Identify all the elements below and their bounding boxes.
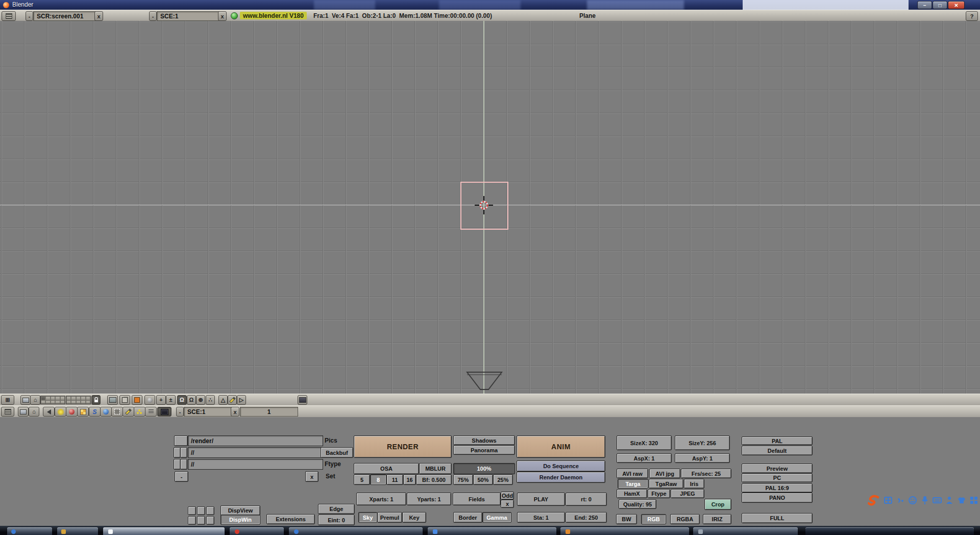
input-assist-icon[interactable] xyxy=(944,495,954,505)
script-buttons-icon[interactable] xyxy=(145,407,157,417)
paint-buttons-icon[interactable] xyxy=(122,407,134,417)
skin-icon[interactable] xyxy=(957,495,967,505)
rgba-button[interactable]: RGBA xyxy=(670,514,700,524)
extensions-toggle[interactable]: Extensions xyxy=(266,514,315,524)
crop-toggle[interactable]: Crop xyxy=(704,499,731,510)
backbuf-toggle[interactable]: Backbuf xyxy=(321,447,353,458)
rt-field[interactable]: rt: 0 xyxy=(566,493,607,506)
start-frame-field[interactable]: Sta: 1 xyxy=(517,512,565,523)
full-window-icon[interactable] xyxy=(18,407,29,417)
blur-factor-field[interactable]: Bf: 0.500 xyxy=(416,474,452,485)
scene-delete-button[interactable]: x xyxy=(218,11,227,21)
osa-11-button[interactable]: 11 xyxy=(386,474,403,485)
osa-8-button[interactable]: 8 xyxy=(370,474,386,485)
current-frame-field[interactable]: 1 xyxy=(240,407,298,417)
aspy-field[interactable]: AspY: 1 xyxy=(675,453,730,463)
rgb-button[interactable]: RGB xyxy=(641,514,666,524)
rotate-view-icon[interactable]: Ω xyxy=(177,395,187,405)
camera-object[interactable] xyxy=(459,371,510,394)
size-75-button[interactable]: 75% xyxy=(453,474,473,485)
key-toggle[interactable]: Key xyxy=(402,512,426,523)
backbuf-icon-button[interactable] xyxy=(180,447,187,458)
edit-buttons-icon[interactable] xyxy=(111,407,123,417)
ftype-icon-button[interactable] xyxy=(180,459,187,470)
taskbar-button[interactable] xyxy=(428,527,556,535)
border-toggle[interactable]: Border xyxy=(453,512,482,523)
edge-toggle[interactable]: Edge xyxy=(318,504,355,514)
targa-button[interactable]: Targa xyxy=(618,479,648,489)
animation-buttons-icon[interactable]: S xyxy=(89,407,101,417)
scene-name-field[interactable]: SCE:1 xyxy=(157,11,224,21)
iriz-button[interactable]: IRIZ xyxy=(703,514,731,524)
pics-path-field[interactable]: /render/ xyxy=(188,435,323,446)
mblur-toggle[interactable]: MBLUR xyxy=(419,463,452,474)
set-scene-menu[interactable]: - xyxy=(175,471,188,482)
screen-name-field[interactable]: SCR:screen.001 xyxy=(33,11,101,21)
taskbar-button[interactable] xyxy=(230,527,284,535)
backbuf-path-field[interactable]: // xyxy=(188,447,325,458)
yparts-field[interactable]: Yparts: 1 xyxy=(407,493,451,505)
scene-name-field[interactable]: SCE:1 xyxy=(184,407,237,417)
sogou-logo-icon[interactable] xyxy=(868,494,881,507)
taskbar-button[interactable] xyxy=(289,527,423,535)
shading-icon[interactable] xyxy=(144,395,155,405)
render-button[interactable]: RENDER xyxy=(354,435,452,458)
avi-raw-button[interactable]: AVI raw xyxy=(617,469,648,478)
size-50-button[interactable]: 50% xyxy=(473,474,493,485)
aspx-field[interactable]: AspX: 1 xyxy=(617,453,672,463)
ftype-path-field[interactable]: // xyxy=(188,459,323,470)
pan-icon[interactable]: ⊕ xyxy=(196,395,205,405)
window-type-menu-icon[interactable]: ⊞ xyxy=(1,395,14,405)
radiosity-buttons-icon[interactable] xyxy=(134,407,145,417)
pal169-preset-button[interactable]: PAL 16:9 xyxy=(742,483,813,493)
taskbar-button[interactable] xyxy=(693,527,798,535)
dispview-toggle[interactable]: DispView xyxy=(220,505,260,516)
scale-icon[interactable]: ± xyxy=(166,395,176,405)
dispwin-toggle[interactable]: DispWin xyxy=(220,515,260,525)
pc-preset-button[interactable]: PC xyxy=(742,473,813,482)
backbuf-fileselect-button[interactable] xyxy=(174,447,181,458)
frs-sec-field[interactable]: Frs/sec: 25 xyxy=(681,469,731,478)
sizex-field[interactable]: SizeX: 320 xyxy=(617,435,672,450)
bw-button[interactable]: BW xyxy=(616,514,637,524)
close-button[interactable]: ✕ xyxy=(948,1,965,9)
size-100-slider[interactable]: 100% xyxy=(453,463,515,474)
avi-jpg-button[interactable]: AVI jpg xyxy=(649,469,680,478)
play-button[interactable]: PLAY xyxy=(517,493,565,506)
ftype-fileselect-button[interactable] xyxy=(174,459,181,470)
end-frame-field[interactable]: End: 250 xyxy=(566,512,607,523)
sizey-field[interactable]: SizeY: 256 xyxy=(675,435,730,450)
rotate-icon[interactable]: Ω xyxy=(187,395,196,405)
render-this-window-icon[interactable] xyxy=(298,395,307,405)
ftype-format-button[interactable]: Ftype xyxy=(648,489,670,498)
object-mode-icon[interactable] xyxy=(132,395,142,405)
scene-collapse-button[interactable]: - xyxy=(149,11,157,21)
taskbar-button[interactable] xyxy=(7,527,52,535)
texture-buttons-icon[interactable] xyxy=(77,407,89,417)
set-clear-button[interactable]: x xyxy=(305,471,318,482)
scene-buttons-icon[interactable] xyxy=(157,407,172,417)
draw-type-icon[interactable] xyxy=(119,395,130,405)
home-icon[interactable]: ⌂ xyxy=(29,407,39,417)
layer-buttons-group-2[interactable] xyxy=(66,396,91,404)
toolbox-icon[interactable] xyxy=(969,495,979,505)
full-window-icon[interactable] xyxy=(20,395,31,405)
viewport-3d[interactable] xyxy=(0,21,980,394)
punctuation-icon[interactable] xyxy=(895,495,905,505)
scene-delete-button[interactable]: x xyxy=(231,407,239,417)
odd-toggle[interactable]: Odd xyxy=(501,492,514,500)
osa-toggle[interactable]: OSA xyxy=(354,463,419,474)
osa-16-button[interactable]: 16 xyxy=(403,474,416,485)
size-25-button[interactable]: 25% xyxy=(493,474,513,485)
emoticon-icon[interactable] xyxy=(908,495,918,505)
soft-keyboard-icon[interactable] xyxy=(932,495,942,505)
shadows-toggle[interactable]: Shadows xyxy=(453,435,515,445)
render-daemon-toggle[interactable]: Render Daemon xyxy=(517,472,605,483)
taskbar-button[interactable] xyxy=(103,527,225,535)
full-preset-button[interactable]: FULL xyxy=(742,513,813,523)
screen-collapse-button[interactable]: - xyxy=(26,11,33,21)
window-type-menu-icon[interactable] xyxy=(2,11,16,21)
material-buttons-icon[interactable] xyxy=(66,407,78,417)
lock-icon[interactable] xyxy=(91,395,101,405)
xparts-field[interactable]: Xparts: 1 xyxy=(356,493,406,505)
